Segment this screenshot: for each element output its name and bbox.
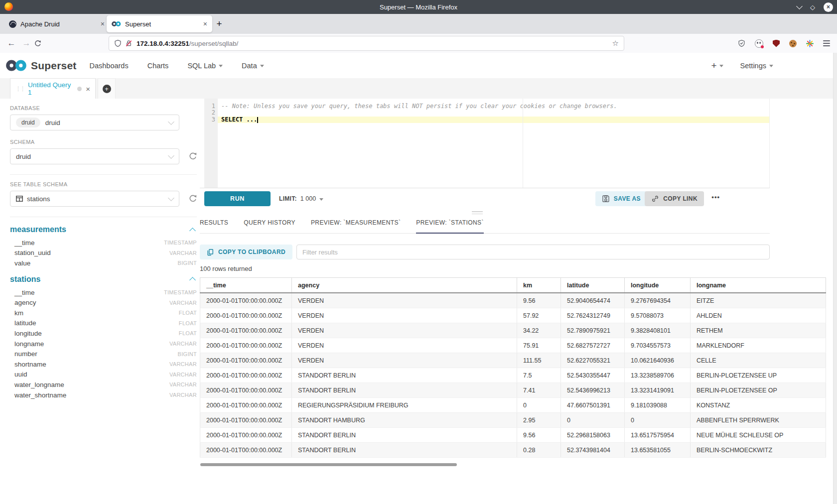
tab-query-history[interactable]: QUERY HISTORY <box>244 219 295 233</box>
browser-tabstrip: Apache Druid × Superset × + <box>0 14 837 34</box>
column-header-latitude[interactable]: latitude <box>561 278 625 293</box>
add-query-tab-button[interactable]: + <box>98 78 116 99</box>
copy-to-clipboard-button[interactable]: COPY TO CLIPBOARD <box>200 245 292 259</box>
rows-returned-text: 100 rows returned <box>200 265 252 272</box>
superset-logo[interactable]: Superset <box>6 59 76 72</box>
tab-close-icon[interactable]: × <box>203 20 207 28</box>
stations-columns: __timeTIMESTAMP agencyVARCHAR kmFLOAT la… <box>10 287 197 400</box>
table-row: 2000-01-01T00:00:00.000ZSTANDORT BERLIN9… <box>200 428 826 443</box>
shield-check-extension-icon[interactable] <box>738 39 745 47</box>
back-button[interactable]: ← <box>4 38 19 48</box>
new-tab-button[interactable]: + <box>213 18 225 30</box>
database-select[interactable]: druid druid <box>10 115 179 130</box>
bookmark-star-icon[interactable]: ☆ <box>612 39 619 48</box>
divider <box>10 174 197 175</box>
ublock-extension-icon[interactable] <box>773 40 780 47</box>
sqllab-sidebar: DATABASE druid druid SCHEMA druid SEE TA… <box>10 99 197 400</box>
schema-label: SCHEMA <box>10 139 197 145</box>
url-bar[interactable]: 172.18.0.4:32251/superset/sqllab/ ☆ <box>109 36 624 51</box>
menu-hamburger-icon[interactable] <box>823 40 830 46</box>
insecure-lock-icon[interactable] <box>125 39 133 47</box>
reload-button[interactable] <box>34 40 49 47</box>
table-schema-title: measurements <box>10 225 190 234</box>
superset-infinity-icon <box>6 59 27 72</box>
table-schema-stations[interactable]: stations <box>10 275 197 284</box>
tab-preview-stations[interactable]: PREVIEW: `STATIONS` <box>416 219 484 234</box>
chevron-up-icon[interactable] <box>189 228 196 234</box>
refresh-tables-button[interactable] <box>188 194 197 203</box>
window-minimize-icon[interactable] <box>796 3 803 9</box>
schema-select[interactable]: druid <box>10 148 179 164</box>
query-tab-untitled-query-1[interactable]: ⋮⋮ Untitled Query 1 × <box>10 78 96 99</box>
drag-handle-icon[interactable]: ⋮⋮ <box>15 86 24 92</box>
table-row: 2000-01-01T00:00:00.000ZSTANDORT HAMBURG… <box>200 413 826 428</box>
run-button[interactable]: RUN <box>204 191 271 206</box>
pane-resize-handle[interactable] <box>472 211 483 216</box>
table-select[interactable]: stations <box>10 191 179 207</box>
mask-extension-icon[interactable] <box>755 39 763 48</box>
table-row: 2000-01-01T00:00:00.000ZSTANDORT BERLIN7… <box>200 383 826 398</box>
nav-charts[interactable]: Charts <box>147 62 169 70</box>
column-row: shortnameVARCHAR <box>10 359 197 370</box>
table-row: 2000-01-01T00:00:00.000ZVERDEN111.5552.6… <box>200 353 826 368</box>
table-schema-measurements[interactable]: measurements <box>10 225 197 234</box>
query-tabstrip: ⋮⋮ Untitled Query 1 × + <box>0 78 837 99</box>
browser-tab-superset[interactable]: Superset × <box>107 15 212 32</box>
results-controls: COPY TO CLIPBOARD <box>200 245 770 259</box>
window-maximize-icon[interactable]: ◇ <box>810 4 815 10</box>
browser-tab-apache-druid[interactable]: Apache Druid × <box>4 15 110 32</box>
limit-dropdown[interactable]: LIMIT: 1 000 <box>279 191 323 206</box>
copy-link-button[interactable]: COPY LINK <box>645 191 704 206</box>
browser-tab-title: Apache Druid <box>20 20 96 28</box>
chevron-up-icon[interactable] <box>189 277 196 283</box>
shield-icon[interactable] <box>114 39 122 47</box>
table-schema-title: stations <box>10 275 190 284</box>
window-close-button[interactable]: × <box>824 2 833 12</box>
browser-toolbar: ← → 172.18.0.4:32251/superset/sqllab/ ☆ <box>0 34 837 53</box>
divider <box>10 217 197 217</box>
results-tabbar: RESULTS QUERY HISTORY PREVIEW: `MEASUREM… <box>200 219 770 234</box>
table-row: 2000-01-01T00:00:00.000ZVERDEN34.2252.78… <box>200 323 826 338</box>
vertical-scrollbar[interactable] <box>833 53 837 504</box>
column-header-km[interactable]: km <box>517 278 561 293</box>
table-row: 2000-01-01T00:00:00.000ZVERDEN75.9152.68… <box>200 338 826 353</box>
refresh-schemas-button[interactable] <box>188 152 197 160</box>
nav-sql-lab[interactable]: SQL Lab <box>187 62 223 70</box>
editor-content[interactable]: -- Note: Unless you save your query, the… <box>218 99 769 188</box>
column-row: kmFLOAT <box>10 308 197 318</box>
column-row: uuidVARCHAR <box>10 370 197 380</box>
chevron-down-icon <box>769 65 773 67</box>
database-label: DATABASE <box>10 105 197 111</box>
save-as-button[interactable]: SAVE AS <box>595 191 647 206</box>
filter-results-input[interactable] <box>296 245 770 259</box>
settings-menu[interactable]: Settings <box>740 62 773 70</box>
cookie-extension-icon[interactable] <box>789 40 797 47</box>
column-row: station_uuidVARCHAR <box>10 248 197 258</box>
tab-preview-measurements[interactable]: PREVIEW: `MEASUREMENTS` <box>311 219 401 233</box>
column-row: longnameVARCHAR <box>10 339 197 349</box>
column-header-longitude[interactable]: longitude <box>625 278 691 293</box>
query-tab-close-icon[interactable]: × <box>86 85 90 93</box>
window-title: Superset — Mozilla Firefox <box>0 3 837 11</box>
save-as-label: SAVE AS <box>614 195 641 202</box>
column-header-agency[interactable]: agency <box>292 278 517 293</box>
schema-value: druid <box>16 153 169 160</box>
forward-button[interactable]: → <box>19 38 34 48</box>
new-item-button[interactable]: + <box>711 60 723 71</box>
link-icon <box>651 195 659 203</box>
column-header-time[interactable]: __time <box>200 278 292 293</box>
tab-results[interactable]: RESULTS <box>200 219 228 233</box>
nav-data[interactable]: Data <box>242 62 264 70</box>
save-icon <box>602 195 610 203</box>
sparkle-extension-icon[interactable] <box>806 40 814 47</box>
more-actions-button[interactable]: ••• <box>711 193 720 201</box>
nav-dashboards[interactable]: Dashboards <box>89 62 128 70</box>
tab-close-icon[interactable]: × <box>101 20 105 28</box>
sql-editor[interactable]: 1 2 3 -- Note: Unless you save your quer… <box>200 99 770 188</box>
chevron-down-icon <box>219 65 223 67</box>
column-row: valueBIGINT <box>10 258 197 268</box>
column-header-longname[interactable]: longname <box>691 278 826 293</box>
editor-active-line: SELECT ... <box>218 117 769 123</box>
measurements-columns: __timeTIMESTAMP station_uuidVARCHAR valu… <box>10 238 197 268</box>
horizontal-scrollbar[interactable] <box>200 463 457 466</box>
